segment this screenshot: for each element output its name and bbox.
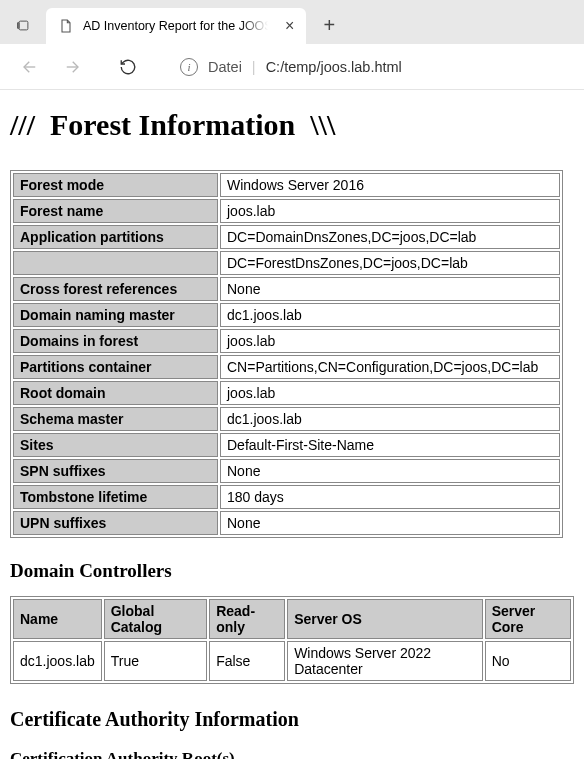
table-value: DC=ForestDnsZones,DC=joos,DC=lab <box>220 251 560 275</box>
browser-tab[interactable]: AD Inventory Report for the JOOS × <box>46 8 306 44</box>
table-value: None <box>220 459 560 483</box>
table-row: UPN suffixesNone <box>13 511 560 535</box>
svg-rect-1 <box>17 22 18 28</box>
table-cell: dc1.joos.lab <box>13 641 102 681</box>
table-value: None <box>220 277 560 301</box>
address-separator: | <box>252 59 256 75</box>
table-value: None <box>220 511 560 535</box>
table-cell: False <box>209 641 285 681</box>
table-value: dc1.joos.lab <box>220 407 560 431</box>
address-scheme: Datei <box>208 59 242 75</box>
dc-table: NameGlobal CatalogRead-onlyServer OSServ… <box>10 596 574 684</box>
table-row: Application partitionsDC=DomainDnsZones,… <box>13 225 560 249</box>
table-value: Default-First-Site-Name <box>220 433 560 457</box>
table-row: Domain naming masterdc1.joos.lab <box>13 303 560 327</box>
browser-titlebar: AD Inventory Report for the JOOS × + <box>0 0 584 44</box>
table-value: joos.lab <box>220 381 560 405</box>
table-value: joos.lab <box>220 199 560 223</box>
table-value: 180 days <box>220 485 560 509</box>
table-row: DC=ForestDnsZones,DC=joos,DC=lab <box>13 251 560 275</box>
refresh-button[interactable] <box>110 49 146 85</box>
table-row: Schema masterdc1.joos.lab <box>13 407 560 431</box>
back-button[interactable] <box>12 49 48 85</box>
table-key: UPN suffixes <box>13 511 218 535</box>
table-row: Root domainjoos.lab <box>13 381 560 405</box>
column-header: Server OS <box>287 599 483 639</box>
svg-rect-0 <box>19 21 28 30</box>
table-key: Schema master <box>13 407 218 431</box>
table-key: Sites <box>13 433 218 457</box>
table-row: Cross forest referencesNone <box>13 277 560 301</box>
table-key: Partitions container <box>13 355 218 379</box>
table-key: Application partitions <box>13 225 218 249</box>
table-value: CN=Partitions,CN=Configuration,DC=joos,D… <box>220 355 560 379</box>
table-value: joos.lab <box>220 329 560 353</box>
forward-button[interactable] <box>54 49 90 85</box>
dc-heading: Domain Controllers <box>10 560 574 582</box>
document-icon <box>58 18 74 34</box>
page-content: /// Forest Information \\\ Forest modeWi… <box>0 90 584 759</box>
table-row: Domains in forestjoos.lab <box>13 329 560 353</box>
column-header: Name <box>13 599 102 639</box>
ca-heading: Certificate Authority Information <box>10 708 574 731</box>
close-icon[interactable]: × <box>285 17 294 35</box>
table-key: Cross forest references <box>13 277 218 301</box>
table-value: DC=DomainDnsZones,DC=joos,DC=lab <box>220 225 560 249</box>
table-key: Domains in forest <box>13 329 218 353</box>
window-collections-icon[interactable] <box>6 8 40 42</box>
column-header: Server Core <box>485 599 571 639</box>
forest-info-table: Forest modeWindows Server 2016Forest nam… <box>10 170 563 538</box>
table-value: dc1.joos.lab <box>220 303 560 327</box>
table-key: SPN suffixes <box>13 459 218 483</box>
table-row: Tombstone lifetime180 days <box>13 485 560 509</box>
table-row: Partitions containerCN=Partitions,CN=Con… <box>13 355 560 379</box>
browser-toolbar: i Datei | C:/temp/joos.lab.html <box>0 44 584 90</box>
table-key <box>13 251 218 275</box>
table-key: Root domain <box>13 381 218 405</box>
table-row: Forest namejoos.lab <box>13 199 560 223</box>
tab-title: AD Inventory Report for the JOOS <box>83 19 268 33</box>
table-value: Windows Server 2016 <box>220 173 560 197</box>
ca-sub-heading: Certification Authority Root(s) <box>10 749 574 759</box>
column-header: Read-only <box>209 599 285 639</box>
table-row: dc1.joos.labTrueFalseWindows Server 2022… <box>13 641 571 681</box>
table-key: Forest mode <box>13 173 218 197</box>
table-row: Forest modeWindows Server 2016 <box>13 173 560 197</box>
new-tab-button[interactable]: + <box>312 8 346 42</box>
site-info-icon[interactable]: i <box>180 58 198 76</box>
table-key: Domain naming master <box>13 303 218 327</box>
table-key: Forest name <box>13 199 218 223</box>
table-row: SitesDefault-First-Site-Name <box>13 433 560 457</box>
table-cell: No <box>485 641 571 681</box>
page-title: /// Forest Information \\\ <box>10 108 574 142</box>
address-bar[interactable]: i Datei | C:/temp/joos.lab.html <box>170 58 572 76</box>
table-key: Tombstone lifetime <box>13 485 218 509</box>
address-path: C:/temp/joos.lab.html <box>266 59 402 75</box>
table-row: SPN suffixesNone <box>13 459 560 483</box>
table-cell: Windows Server 2022 Datacenter <box>287 641 483 681</box>
column-header: Global Catalog <box>104 599 207 639</box>
table-cell: True <box>104 641 207 681</box>
